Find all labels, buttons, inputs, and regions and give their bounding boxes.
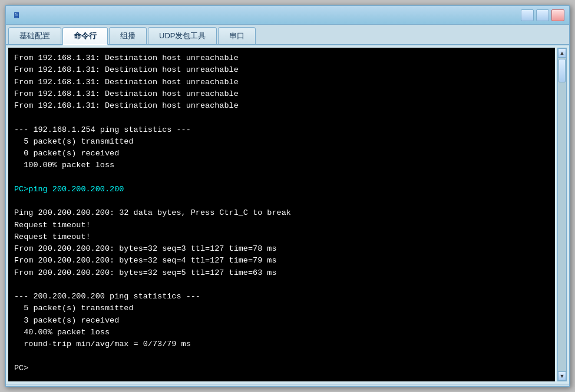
window-controls: [521, 9, 564, 21]
tab-基础配置[interactable]: 基础配置: [8, 27, 61, 44]
tab-UDP发包工具[interactable]: UDP发包工具: [148, 27, 217, 44]
scrollbar-thumb[interactable]: [559, 59, 566, 82]
content-area: From 192.168.1.31: Destination host unre…: [6, 45, 569, 384]
scrollbar[interactable]: ▲ ▼: [557, 48, 567, 381]
window-icon: 🖥: [11, 9, 22, 21]
scroll-up-button[interactable]: ▲: [558, 48, 566, 58]
maximize-button[interactable]: [536, 9, 549, 21]
terminal-output[interactable]: From 192.168.1.31: Destination host unre…: [8, 48, 555, 381]
tab-组播[interactable]: 组播: [109, 27, 147, 44]
tab-命令行[interactable]: 命令行: [62, 27, 108, 45]
title-bar: 🖥: [6, 6, 569, 25]
main-window: 🖥 基础配置命令行组播UDP发包工具串口 From 192.168.1.31: …: [5, 5, 570, 387]
bottom-bar: [6, 384, 569, 386]
minimize-button[interactable]: [521, 9, 534, 21]
scrollbar-track: [558, 58, 566, 371]
tab-bar: 基础配置命令行组播UDP发包工具串口: [6, 25, 569, 45]
close-button[interactable]: [551, 9, 564, 21]
tab-串口[interactable]: 串口: [218, 27, 256, 44]
scroll-down-button[interactable]: ▼: [558, 371, 566, 381]
